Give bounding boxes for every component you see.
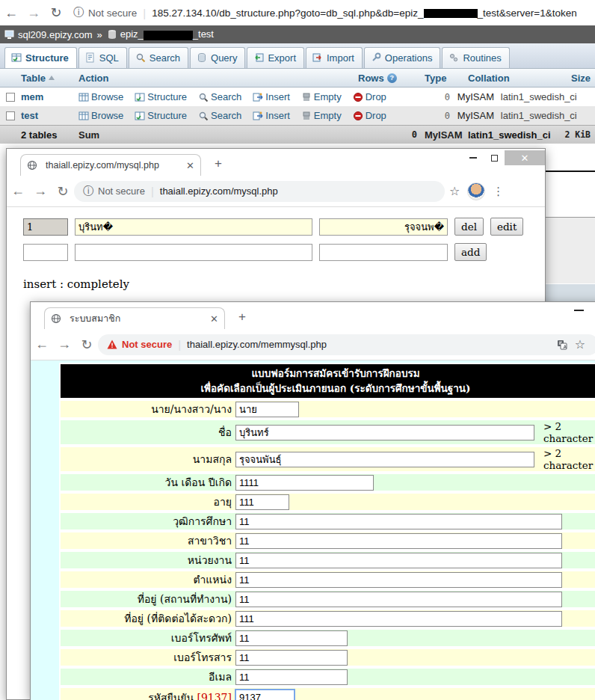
close-icon[interactable]: ✕ bbox=[505, 150, 545, 165]
search-link[interactable]: Search bbox=[198, 91, 241, 102]
add-button[interactable]: add bbox=[454, 243, 487, 261]
tab-operations[interactable]: Operations bbox=[364, 47, 441, 68]
bookmark-star-icon[interactable]: ☆ bbox=[449, 184, 460, 198]
browser-tab[interactable]: ระบบสมาชิก ✕ bbox=[44, 307, 225, 329]
redaction-box bbox=[424, 9, 478, 18]
drop-link[interactable]: Drop bbox=[353, 110, 386, 121]
insert-link[interactable]: Insert bbox=[253, 110, 290, 121]
field-input[interactable] bbox=[235, 533, 562, 549]
field-label: วุฒิการศึกษา bbox=[61, 513, 235, 529]
warning-icon bbox=[107, 340, 117, 349]
name-field[interactable] bbox=[75, 218, 312, 236]
search-link[interactable]: Search bbox=[198, 110, 241, 121]
back-icon[interactable]: ← bbox=[0, 5, 22, 21]
profile-avatar[interactable] bbox=[467, 182, 485, 200]
refresh-icon[interactable]: ↻ bbox=[52, 183, 74, 200]
tab-close-icon[interactable]: ✕ bbox=[210, 313, 218, 325]
surname-field[interactable] bbox=[319, 218, 448, 236]
back-icon[interactable]: ← bbox=[7, 183, 29, 199]
field-label: นาย/นางสาว/นาง bbox=[61, 401, 235, 417]
browser-tab[interactable]: thaiall.epizy.com/mysql.php ✕ bbox=[20, 154, 201, 176]
table-name-link[interactable]: mem bbox=[21, 91, 78, 102]
forward-icon[interactable]: → bbox=[53, 337, 75, 352]
drop-link[interactable]: Drop bbox=[353, 91, 386, 102]
validation-hint: > 2 character bbox=[543, 420, 595, 444]
field-input[interactable] bbox=[235, 514, 562, 529]
tab-query[interactable]: Query bbox=[190, 47, 245, 68]
form-row: วัน เดือน ปีเกิด bbox=[61, 474, 595, 491]
field-label: เบอร์โทรศัพท์ bbox=[61, 630, 235, 646]
page-fragment-strip bbox=[545, 284, 595, 301]
bookmark-star-icon[interactable]: ☆ bbox=[575, 337, 585, 351]
forward-icon[interactable]: → bbox=[29, 183, 52, 199]
id-field[interactable] bbox=[23, 218, 68, 236]
browse-link[interactable]: Browse bbox=[78, 91, 123, 102]
empty-link[interactable]: Empty bbox=[301, 91, 342, 102]
breadcrumb-server[interactable]: sql209.epizy.com bbox=[18, 29, 92, 40]
new-tab-icon[interactable]: + bbox=[215, 156, 222, 171]
form-row: เบอร์โทรสาร bbox=[61, 649, 595, 666]
field-input[interactable] bbox=[235, 572, 562, 588]
address-bar: ← → ↻ ⓘ Not secure | thaiall.epizy.com/m… bbox=[7, 176, 545, 207]
structure-link[interactable]: Structure bbox=[135, 91, 187, 102]
server-icon bbox=[4, 29, 15, 40]
refresh-icon[interactable]: ↻ bbox=[75, 337, 98, 353]
table-name-link[interactable]: test bbox=[21, 110, 78, 121]
field-input[interactable] bbox=[235, 452, 534, 467]
field-input[interactable] bbox=[235, 475, 374, 491]
field-input[interactable] bbox=[235, 669, 348, 685]
field-input[interactable] bbox=[235, 402, 299, 417]
tab-structure[interactable]: Structure bbox=[4, 47, 77, 68]
field-input[interactable] bbox=[235, 611, 562, 627]
tab-export[interactable]: Export bbox=[247, 47, 304, 68]
row-checkbox[interactable] bbox=[6, 93, 15, 102]
insert-link[interactable]: Insert bbox=[253, 91, 290, 102]
size-value: 1 KiB bbox=[591, 111, 595, 121]
url-field[interactable]: ⓘ Not secure | thaiall.epizy.com/mysql.p… bbox=[74, 181, 445, 202]
new-id-field[interactable] bbox=[23, 244, 68, 261]
new-name-field[interactable] bbox=[75, 244, 312, 261]
help-icon[interactable]: ? bbox=[387, 73, 397, 83]
tab-sql[interactable]: SQL bbox=[78, 47, 127, 68]
tab-routines[interactable]: Routines bbox=[442, 47, 509, 68]
info-icon[interactable]: ⓘ bbox=[83, 185, 93, 198]
edit-button[interactable]: edit bbox=[490, 218, 523, 236]
field-input[interactable] bbox=[235, 690, 295, 700]
tab-import[interactable]: Import bbox=[306, 47, 363, 68]
back-icon[interactable]: ← bbox=[31, 337, 53, 352]
column-table[interactable]: Table bbox=[21, 73, 78, 84]
info-icon[interactable]: ⓘ bbox=[73, 6, 84, 19]
table-row-test: test Browse Structure Search Insert Empt… bbox=[0, 106, 595, 125]
field-input[interactable] bbox=[235, 425, 534, 440]
del-button[interactable]: del bbox=[454, 218, 484, 236]
tab-search[interactable]: Search bbox=[129, 47, 188, 68]
field-input[interactable] bbox=[235, 592, 562, 607]
field-input[interactable] bbox=[235, 650, 348, 666]
field-input[interactable] bbox=[235, 630, 348, 646]
browse-link[interactable]: Browse bbox=[78, 110, 123, 121]
translate-icon[interactable] bbox=[557, 340, 567, 350]
empty-link[interactable]: Empty bbox=[301, 110, 342, 121]
minimize-icon[interactable] bbox=[463, 150, 484, 165]
forward-icon[interactable]: → bbox=[22, 5, 45, 21]
menu-dots-icon[interactable]: ⋮ bbox=[493, 185, 504, 198]
engine-type: MyISAM bbox=[457, 110, 501, 121]
breadcrumb-database[interactable]: epiz__test bbox=[120, 28, 214, 40]
url-field[interactable]: Not secure | thaiall.epizy.com/memmysql.… bbox=[98, 334, 595, 355]
refresh-icon[interactable]: ↻ bbox=[45, 4, 67, 21]
routines-icon bbox=[448, 52, 459, 63]
structure-icon bbox=[11, 52, 22, 63]
row-checkbox[interactable] bbox=[6, 111, 15, 120]
field-input[interactable] bbox=[235, 494, 289, 510]
pma-tab-bar: Structure SQL Search Query Export Import… bbox=[0, 43, 595, 69]
new-tab-icon[interactable]: + bbox=[238, 310, 246, 325]
field-input[interactable] bbox=[235, 553, 562, 568]
tab-close-icon[interactable]: ✕ bbox=[186, 160, 194, 171]
structure-link[interactable]: Structure bbox=[135, 110, 187, 121]
minimize-icon[interactable] bbox=[574, 310, 584, 311]
address-bar[interactable]: ⓘ Not secure | 185.27.134.10/db_structur… bbox=[73, 6, 577, 19]
field-label: อีเมล bbox=[61, 669, 235, 685]
maximize-icon[interactable] bbox=[484, 150, 505, 165]
new-surname-field[interactable] bbox=[319, 244, 448, 261]
form-rows: นาย/นางสาว/นาง ชื่อ > 2 characterนามสกุล… bbox=[61, 401, 595, 700]
